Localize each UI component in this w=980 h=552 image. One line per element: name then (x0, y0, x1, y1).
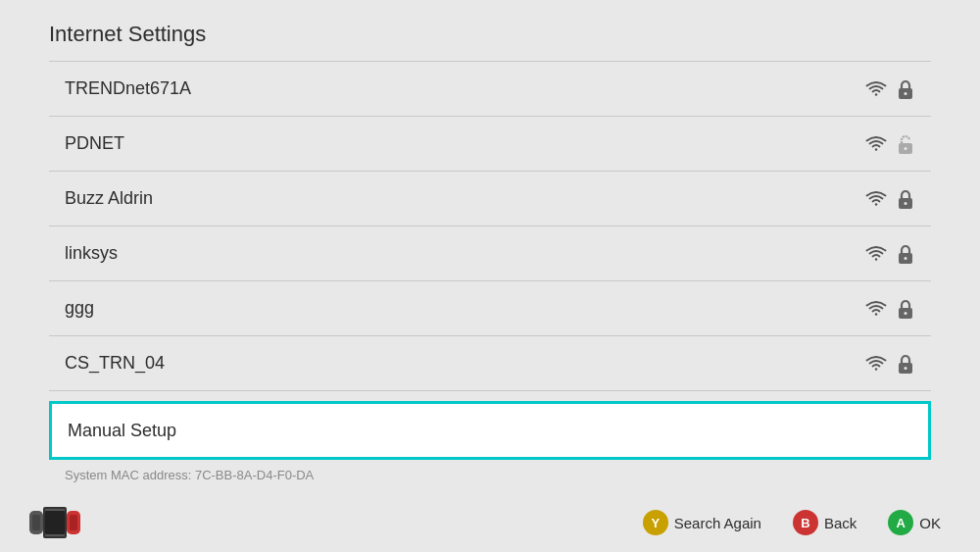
svg-rect-13 (32, 515, 40, 530)
page-title: Internet Settings (0, 0, 980, 61)
console-area (29, 493, 80, 552)
network-icons (864, 78, 915, 100)
wifi-icon (864, 189, 888, 209)
wifi-icon (864, 134, 888, 154)
svg-rect-17 (70, 515, 77, 530)
lock-closed-icon (896, 298, 915, 320)
network-item[interactable]: TRENDnet671A (49, 62, 931, 117)
search-again-label: Search Again (674, 515, 761, 531)
svg-point-7 (905, 257, 907, 260)
y-button-icon: Y (643, 510, 668, 535)
lock-open-icon (896, 133, 915, 155)
wifi-icon (864, 79, 888, 99)
network-name: linksys (65, 243, 118, 264)
svg-point-11 (905, 367, 907, 370)
manual-setup-item[interactable]: Manual Setup (49, 401, 931, 460)
network-item[interactable]: linksys (49, 226, 931, 281)
lock-closed-icon (896, 353, 915, 375)
lock-closed-icon (896, 78, 915, 100)
network-name: Buzz Aldrin (65, 188, 153, 209)
console-icon (29, 507, 80, 538)
wifi-icon (864, 244, 888, 264)
network-item[interactable]: PDNET (49, 117, 931, 172)
network-name: PDNET (65, 133, 124, 154)
network-item[interactable]: CS_TRN_04 (49, 336, 931, 391)
network-name: CS_TRN_04 (65, 353, 165, 374)
lock-closed-icon (896, 188, 915, 210)
lock-closed-icon (896, 243, 915, 265)
a-button-icon: A (888, 510, 913, 535)
svg-point-1 (905, 92, 907, 95)
network-icons (864, 353, 915, 375)
manual-setup-label: Manual Setup (68, 421, 176, 441)
network-icons (864, 298, 915, 320)
back-label: Back (824, 515, 857, 531)
svg-point-3 (905, 147, 907, 150)
network-list: TRENDnet671A PDNET Buzz Aldrin (49, 62, 931, 391)
svg-point-9 (905, 312, 907, 315)
network-name: ggg (65, 298, 94, 319)
b-button-icon: B (793, 510, 818, 535)
ok-button[interactable]: A OK (888, 510, 941, 535)
network-item[interactable]: Buzz Aldrin (49, 172, 931, 226)
mac-address: System MAC address: 7C-BB-8A-D4-F0-DA (65, 468, 931, 482)
network-icons (864, 188, 915, 210)
network-icons (864, 133, 915, 155)
back-button[interactable]: B Back (793, 510, 857, 535)
bottom-bar: Y Search Again B Back A OK (0, 493, 980, 552)
svg-point-5 (905, 202, 907, 205)
wifi-icon (864, 299, 888, 319)
network-name: TRENDnet671A (65, 78, 191, 99)
wifi-icon (864, 354, 888, 374)
search-again-button[interactable]: Y Search Again (643, 510, 761, 535)
network-item[interactable]: ggg (49, 281, 931, 336)
ok-label: OK (919, 515, 941, 531)
svg-rect-18 (45, 511, 65, 534)
network-icons (864, 243, 915, 265)
